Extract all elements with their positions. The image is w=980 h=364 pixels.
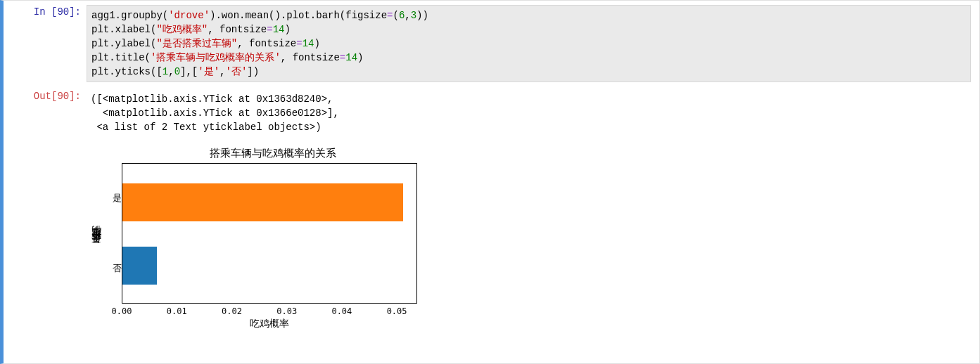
code-line-3: plt.ylabel("是否搭乘过车辆", fontsize=14) <box>91 38 320 49</box>
chart-title: 搭乘车辆与吃鸡概率的关系 <box>87 147 424 160</box>
chart-xticks: 0.00 0.01 0.02 0.03 0.04 0.05 <box>122 306 417 316</box>
notebook-cell: In [90]: agg1.groupby('drove').won.mean(… <box>0 0 980 364</box>
ytick-1: 否 <box>113 262 122 275</box>
code-line-4: plt.title('搭乘车辆与吃鸡概率的关系', fontsize=14) <box>91 52 363 63</box>
output-text: ([<matplotlib.axis.YTick at 0x1363d8240>… <box>87 89 975 137</box>
bar-no <box>122 247 157 285</box>
chart-body: 是否搭乘过车辆 是 否 0.00 0.01 0.02 0.03 <box>87 163 424 330</box>
bar-yes <box>122 183 403 221</box>
chart-plot-area <box>122 163 417 304</box>
code-line-1: agg1.groupby('drove').won.mean().plot.ba… <box>91 10 428 21</box>
output-row: Out[90]: ([<matplotlib.axis.YTick at 0x1… <box>4 89 975 137</box>
chart-yticks: 是 否 <box>105 163 122 304</box>
output-prompt: Out[90]: <box>4 89 87 104</box>
chart: 搭乘车辆与吃鸡概率的关系 是否搭乘过车辆 是 否 0.00 0.01 <box>87 147 424 330</box>
code-input[interactable]: agg1.groupby('drove').won.mean().plot.ba… <box>87 5 971 82</box>
chart-xlabel: 吃鸡概率 <box>122 318 417 330</box>
input-row: In [90]: agg1.groupby('drove').won.mean(… <box>4 5 975 82</box>
chart-ylabel: 是否搭乘过车辆 <box>87 242 105 252</box>
code-line-5: plt.yticks([1,0],['是','否']) <box>91 66 259 77</box>
code-line-2: plt.xlabel("吃鸡概率", fontsize=14) <box>91 24 291 35</box>
ytick-0: 是 <box>113 192 122 204</box>
input-prompt: In [90]: <box>4 5 87 20</box>
